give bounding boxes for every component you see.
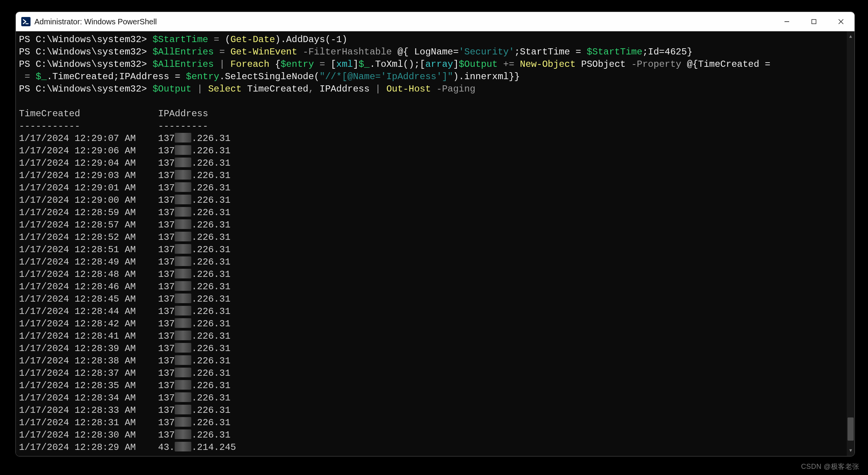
cell-time: 1/17/2024 12:28:35 AM xyxy=(19,380,158,392)
cell-ip: 137.226.31 xyxy=(158,343,230,354)
column-header-time: TimeCreated xyxy=(19,108,158,120)
table-row: 1/17/2024 12:28:45 AM137.226.31 xyxy=(19,293,847,305)
table-row: 1/17/2024 12:28:51 AM137.226.31 xyxy=(19,244,847,256)
titlebar[interactable]: Administrator: Windows PowerShell xyxy=(16,12,854,32)
cell-ip: 137.226.31 xyxy=(158,220,230,230)
cell-ip: 137.226.31 xyxy=(158,417,230,428)
redacted-octet xyxy=(175,182,191,192)
redacted-octet xyxy=(175,256,191,266)
redacted-octet xyxy=(175,158,191,167)
scroll-down-icon[interactable]: ▼ xyxy=(847,445,854,456)
cell-ip: 137.226.31 xyxy=(158,368,230,378)
terminal-output[interactable]: PS C:\Windows\system32> $StartTime = (Ge… xyxy=(16,31,847,456)
cell-ip: 137.226.31 xyxy=(158,170,230,181)
table-row: 1/17/2024 12:28:33 AM137.226.31 xyxy=(19,404,847,417)
window-title: Administrator: Windows PowerShell xyxy=(34,17,157,26)
cell-time: 1/17/2024 12:28:45 AM xyxy=(19,293,158,305)
redacted-octet xyxy=(175,318,191,328)
redacted-octet xyxy=(175,170,191,180)
cell-time: 1/17/2024 12:28:39 AM xyxy=(19,343,158,355)
cell-time: 1/17/2024 12:29:07 AM xyxy=(19,132,158,145)
redacted-octet xyxy=(175,343,191,353)
cell-time: 1/17/2024 12:28:30 AM xyxy=(19,429,158,441)
watermark-text: CSDN @极客老张 xyxy=(801,462,859,471)
ps-prompt: PS C:\Windows\system32> xyxy=(19,34,147,45)
cell-ip: 137.226.31 xyxy=(158,146,230,156)
cell-ip: 137.226.31 xyxy=(158,269,230,280)
table-row: 1/17/2024 12:29:04 AM137.226.31 xyxy=(19,157,847,170)
cell-time: 1/17/2024 12:29:00 AM xyxy=(19,194,158,207)
command-line-3: PS C:\Windows\system32> $AllEntries | Fo… xyxy=(19,58,847,83)
cell-ip: 137.226.31 xyxy=(158,158,230,168)
cell-ip: 137.226.31 xyxy=(158,356,230,366)
ps-prompt: PS C:\Windows\system32> xyxy=(19,47,147,57)
cell-time: 1/17/2024 12:29:01 AM xyxy=(19,182,158,194)
minimize-button[interactable] xyxy=(773,12,800,31)
command-line-1: PS C:\Windows\system32> $StartTime = (Ge… xyxy=(19,34,847,46)
vertical-scrollbar[interactable]: ▲ ▼ xyxy=(847,31,854,456)
cell-time: 1/17/2024 12:28:51 AM xyxy=(19,244,158,256)
redacted-octet xyxy=(175,145,191,155)
cell-time: 1/17/2024 12:28:38 AM xyxy=(19,355,158,367)
ps-prompt: PS C:\Windows\system32> xyxy=(19,59,147,70)
redacted-octet xyxy=(175,133,191,142)
cell-time: 1/17/2024 12:28:42 AM xyxy=(19,318,158,330)
cell-ip: 137.226.31 xyxy=(158,331,230,341)
redacted-octet xyxy=(175,392,191,402)
cell-ip: 137.226.31 xyxy=(158,294,230,304)
cell-time: 1/17/2024 12:28:49 AM xyxy=(19,256,158,268)
cell-time: 1/17/2024 12:28:46 AM xyxy=(19,281,158,293)
cell-time: 1/17/2024 12:28:34 AM xyxy=(19,392,158,404)
cell-time: 1/17/2024 12:28:37 AM xyxy=(19,367,158,380)
table-row: 1/17/2024 12:28:52 AM137.226.31 xyxy=(19,231,847,244)
column-header-ip: IPAddress xyxy=(158,109,208,119)
redacted-octet xyxy=(175,405,191,414)
svg-rect-2 xyxy=(812,20,816,24)
cell-ip: 137.226.31 xyxy=(158,380,230,391)
table-row: 1/17/2024 12:29:03 AM137.226.31 xyxy=(19,170,847,182)
redacted-octet xyxy=(175,219,191,229)
table-row: 1/17/2024 12:28:57 AM137.226.31 xyxy=(19,219,847,231)
redacted-octet xyxy=(175,417,191,427)
cell-ip: 137.226.31 xyxy=(158,282,230,292)
cell-time: 1/17/2024 12:28:29 AM xyxy=(19,441,158,454)
ps-prompt: PS C:\Windows\system32> xyxy=(19,84,147,94)
table-row: 1/17/2024 12:28:34 AM137.226.31 xyxy=(19,392,847,404)
table-row: 1/17/2024 12:28:30 AM137.226.31 xyxy=(19,429,847,441)
table-row: 1/17/2024 12:28:44 AM137.226.31 xyxy=(19,305,847,318)
redacted-octet xyxy=(175,293,191,303)
cell-time: 1/17/2024 12:28:48 AM xyxy=(19,268,158,281)
redacted-octet xyxy=(175,306,191,316)
close-button[interactable] xyxy=(827,12,854,31)
redacted-octet xyxy=(175,442,191,451)
table-row: 1/17/2024 12:28:31 AM137.226.31 xyxy=(19,417,847,429)
cell-time: 1/17/2024 12:28:44 AM xyxy=(19,305,158,318)
cell-ip: 137.226.31 xyxy=(158,257,230,267)
scroll-thumb[interactable] xyxy=(848,417,854,441)
cell-ip: 137.226.31 xyxy=(158,207,230,218)
redacted-octet xyxy=(175,232,191,241)
maximize-button[interactable] xyxy=(800,12,827,31)
table-row: 1/17/2024 12:29:06 AM137.226.31 xyxy=(19,145,847,157)
cell-time: 1/17/2024 12:28:33 AM xyxy=(19,404,158,417)
command-line-2: PS C:\Windows\system32> $AllEntries = Ge… xyxy=(19,46,847,58)
cell-ip: 137.226.31 xyxy=(158,232,230,243)
table-row: 1/17/2024 12:28:48 AM137.226.31 xyxy=(19,268,847,281)
powershell-window: Administrator: Windows PowerShell PS C:\… xyxy=(15,12,855,456)
cell-ip: 137.226.31 xyxy=(158,183,230,193)
table-row: 1/17/2024 12:28:35 AM137.226.31 xyxy=(19,380,847,392)
command-line-4: PS C:\Windows\system32> $Output | Select… xyxy=(19,83,847,95)
title-left: Administrator: Windows PowerShell xyxy=(21,17,157,26)
redacted-octet xyxy=(175,207,191,217)
output-header-sep: -------------------- xyxy=(19,120,847,132)
redacted-octet xyxy=(175,380,191,390)
redacted-octet xyxy=(175,368,191,377)
cell-ip: 137.226.31 xyxy=(158,244,230,255)
cell-time: 1/17/2024 12:28:59 AM xyxy=(19,207,158,219)
scroll-up-icon[interactable]: ▲ xyxy=(847,31,854,42)
cell-ip: 137.226.31 xyxy=(158,430,230,440)
window-controls xyxy=(773,12,854,31)
cell-time: 1/17/2024 12:29:03 AM xyxy=(19,170,158,182)
redacted-octet xyxy=(175,429,191,439)
cell-ip: 137.226.31 xyxy=(158,319,230,329)
